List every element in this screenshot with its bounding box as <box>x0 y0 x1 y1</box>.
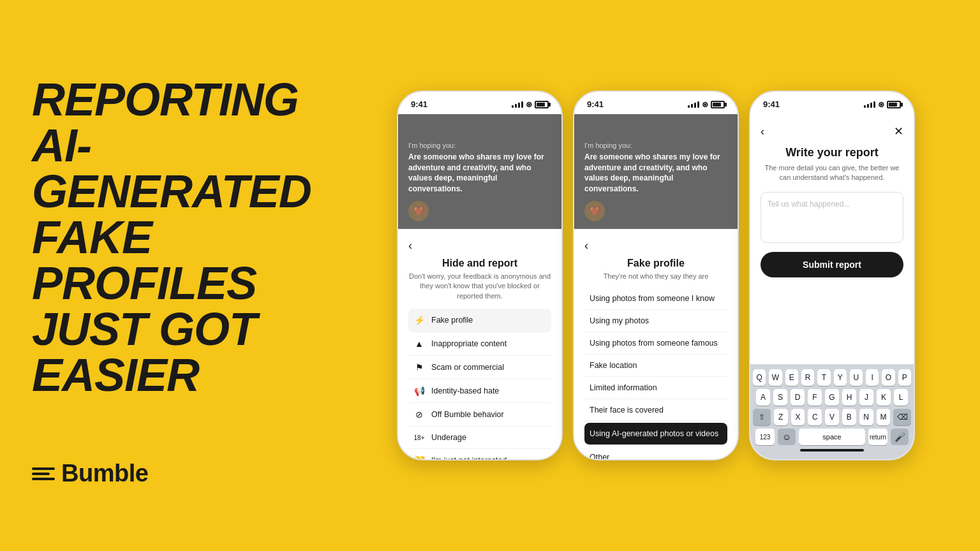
scam-label: Scam or commercial <box>431 363 504 372</box>
fake-profile-label: Fake profile <box>431 316 473 325</box>
phone3-status-bar: 9:41 ⊛ <box>750 92 914 114</box>
phone3-battery-icon <box>887 101 901 108</box>
key-x[interactable]: X <box>791 409 805 425</box>
fp-item-someone-i-know[interactable]: Using photos from someone I know <box>584 288 727 310</box>
not-interested-icon: 💛 <box>413 455 425 459</box>
phones-section: 9:41 ⊛ I'm hoping you: Are someone who s… <box>332 71 980 480</box>
key-shift[interactable]: ⇧ <box>753 409 771 425</box>
key-a[interactable]: A <box>756 389 770 406</box>
key-r[interactable]: R <box>801 369 814 386</box>
phone1-profile-text: Are someone who shares my love for adven… <box>408 152 551 195</box>
key-y[interactable]: Y <box>834 369 847 386</box>
fp-item-other[interactable]: Other <box>584 446 727 459</box>
phone1-profile: I'm hoping you: Are someone who shares m… <box>398 114 561 229</box>
identity-icon: 📢 <box>413 386 425 396</box>
scam-icon: ⚑ <box>413 362 425 372</box>
phone-3: 9:41 ⊛ ‹ ✕ Write your report The more de… <box>749 91 915 460</box>
off-bumble-label: Off Bumble behavior <box>431 410 504 419</box>
report-item-inappropriate[interactable]: ▲ Inappropriate content <box>408 332 551 356</box>
phone3-wifi-icon: ⊛ <box>878 100 884 109</box>
key-v[interactable]: V <box>825 409 839 425</box>
phone2-time: 9:41 <box>587 99 604 109</box>
key-z[interactable]: Z <box>774 409 788 425</box>
wr-close-button[interactable]: ✕ <box>894 124 903 138</box>
key-w[interactable]: W <box>769 369 782 386</box>
key-g[interactable]: G <box>825 389 839 406</box>
phone2-profile-label: I'm hoping you: <box>584 142 727 149</box>
wr-back-arrow[interactable]: ‹ <box>761 125 764 138</box>
fp-item-ai-generated[interactable]: Using AI-generated photos or videos <box>584 423 727 445</box>
fp-item-someone-famous[interactable]: Using photos from someone famous <box>584 332 727 355</box>
key-backspace[interactable]: ⌫ <box>893 409 911 425</box>
key-u[interactable]: U <box>850 369 863 386</box>
key-space[interactable]: space <box>799 429 865 445</box>
wr-textarea[interactable]: Tell us what happened... <box>761 192 903 243</box>
wr-title: Write your report <box>761 146 903 159</box>
inappropriate-label: Inappropriate content <box>431 339 507 348</box>
key-s[interactable]: S <box>773 389 787 406</box>
phone-1: 9:41 ⊛ I'm hoping you: Are someone who s… <box>397 91 563 460</box>
left-section: REPORTING AI-GENERATED FAKE PROFILES JUS… <box>0 0 332 551</box>
phone2-status-icons: ⊛ <box>688 100 725 109</box>
phone1-status-bar: 9:41 ⊛ <box>398 92 561 114</box>
key-mic[interactable]: 🎤 <box>891 429 909 445</box>
key-b[interactable]: B <box>842 409 856 425</box>
status-icons: ⊛ <box>512 100 549 109</box>
key-emoji[interactable]: ☺ <box>778 429 796 445</box>
key-o[interactable]: O <box>882 369 895 386</box>
battery-icon <box>535 101 549 108</box>
key-return[interactable]: return <box>868 429 887 445</box>
report-item-identity[interactable]: 📢 Identity-based hate <box>408 379 551 403</box>
key-d[interactable]: D <box>791 389 805 406</box>
identity-label: Identity-based hate <box>431 386 499 395</box>
keyboard-row3: ⇧ Z X C V B N M ⌫ <box>753 409 911 425</box>
report-item-not-interested[interactable]: 💛 I'm just not interested <box>408 449 551 459</box>
key-l[interactable]: L <box>894 389 908 406</box>
phone3-home-bar <box>800 449 864 452</box>
key-123[interactable]: 123 <box>755 429 775 445</box>
key-p[interactable]: P <box>898 369 911 386</box>
key-e[interactable]: E <box>785 369 798 386</box>
wifi-icon: ⊛ <box>526 100 532 109</box>
not-interested-label: I'm just not interested <box>431 456 507 459</box>
phone3-time: 9:41 <box>763 99 780 109</box>
phone2-battery-icon <box>711 101 725 108</box>
bumble-icon <box>32 467 55 480</box>
fp-item-my-photos[interactable]: Using my photos <box>584 310 727 332</box>
report-item-underage[interactable]: 18+ Underage <box>408 427 551 449</box>
phone3-status-icons: ⊛ <box>864 100 901 109</box>
fp-item-face-covered[interactable]: Their face is covered <box>584 399 727 422</box>
fp-item-limited-info[interactable]: Limited information <box>584 377 727 399</box>
report-item-off-bumble[interactable]: ⊘ Off Bumble behavior <box>408 403 551 427</box>
phone2-profile-text: Are someone who shares my love for adven… <box>584 152 727 195</box>
key-k[interactable]: K <box>877 389 891 406</box>
key-t[interactable]: T <box>817 369 830 386</box>
underage-icon: 18+ <box>413 434 425 441</box>
fp-item-fake-location[interactable]: Fake location <box>584 355 727 377</box>
phone2-fake-profile-sheet: ‹ Fake profile They're not who they say … <box>574 229 738 459</box>
phone2-sheet-subtitle: They're not who they say they are <box>584 272 727 281</box>
phone1-back-arrow[interactable]: ‹ <box>408 239 551 253</box>
key-i[interactable]: I <box>866 369 879 386</box>
phone1-sheet-title: Hide and report <box>408 258 551 269</box>
key-n[interactable]: N <box>859 409 873 425</box>
key-f[interactable]: F <box>808 389 822 406</box>
key-q[interactable]: Q <box>753 369 766 386</box>
key-j[interactable]: J <box>859 389 873 406</box>
phone3-signal-icon <box>864 101 875 108</box>
key-m[interactable]: M <box>877 409 891 425</box>
submit-report-button[interactable]: Submit report <box>761 252 903 277</box>
phone2-signal-icon <box>688 101 699 108</box>
phone2-back-arrow[interactable]: ‹ <box>584 239 727 253</box>
signal-icon <box>512 101 523 108</box>
phone2-status-bar: 9:41 ⊛ <box>574 92 738 114</box>
key-h[interactable]: H <box>842 389 856 406</box>
key-c[interactable]: C <box>808 409 822 425</box>
report-item-scam[interactable]: ⚑ Scam or commercial <box>408 356 551 379</box>
phone-2: 9:41 ⊛ I'm hoping you: Are someone who s… <box>573 91 739 460</box>
phone1-report-sheet: ‹ Hide and report Don't worry, your feed… <box>398 229 561 459</box>
off-bumble-icon: ⊘ <box>413 409 425 420</box>
underage-label: Underage <box>431 433 466 442</box>
report-item-fake-profile[interactable]: ⚡ Fake profile <box>408 309 551 332</box>
phone2-wifi-icon: ⊛ <box>702 100 708 109</box>
